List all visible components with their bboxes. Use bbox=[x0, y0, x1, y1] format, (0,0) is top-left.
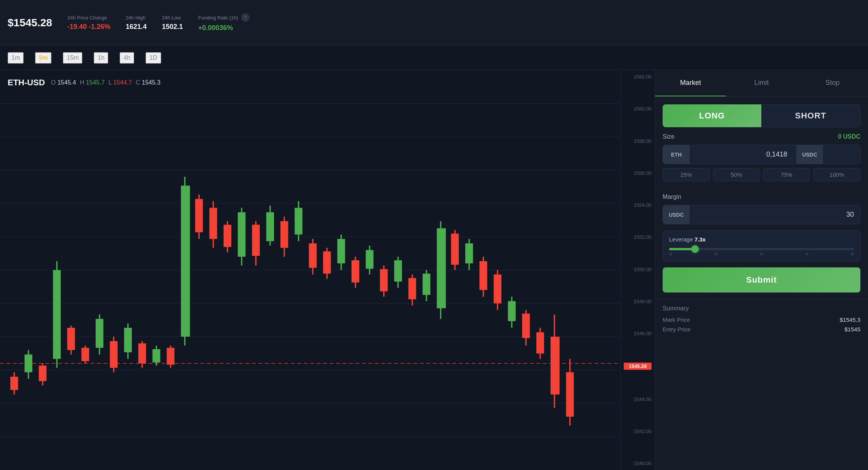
funding-label-row: Funding Rate (1h) ? bbox=[198, 13, 250, 22]
margin-badge: USDC bbox=[663, 205, 690, 224]
eth-input-row: ETH USDC bbox=[663, 145, 860, 164]
tf-1h[interactable]: 1h bbox=[94, 52, 108, 64]
svg-rect-39 bbox=[195, 199, 203, 232]
price-current-label: 1545.28 bbox=[624, 363, 652, 370]
price-tick: 1562.00 bbox=[624, 74, 652, 80]
tf-5m[interactable]: 5m bbox=[35, 52, 51, 64]
svg-rect-37 bbox=[181, 185, 190, 337]
tf-1d[interactable]: 1D bbox=[146, 52, 161, 64]
pct-50[interactable]: 50% bbox=[713, 168, 760, 181]
svg-rect-49 bbox=[266, 212, 274, 241]
ohlc-row: O 1545.4 H 1545.7 L 1544.7 C 1545.3 bbox=[51, 79, 160, 86]
pct-75[interactable]: 75% bbox=[763, 168, 810, 181]
svg-rect-15 bbox=[24, 355, 32, 372]
size-value: 0 USDC bbox=[838, 133, 860, 140]
stat-funding: Funding Rate (1h) ? +0.00036% bbox=[198, 13, 250, 32]
margin-section: Margin USDC bbox=[655, 187, 868, 230]
svg-rect-73 bbox=[437, 228, 446, 308]
ohlc-high: H 1545.7 bbox=[80, 79, 105, 86]
slider-thumb[interactable] bbox=[691, 245, 699, 253]
tf-4h[interactable]: 4h bbox=[120, 52, 134, 64]
svg-rect-81 bbox=[494, 275, 501, 304]
slider-dots bbox=[669, 253, 854, 256]
svg-rect-65 bbox=[380, 269, 388, 291]
svg-rect-79 bbox=[479, 261, 487, 290]
slider-dot bbox=[760, 253, 763, 256]
price-tick: 1560.00 bbox=[624, 106, 652, 112]
summary-section: Summary Mark Price $1545.3 Entry Price $… bbox=[655, 299, 868, 342]
pct-100[interactable]: 100% bbox=[813, 168, 860, 181]
svg-rect-59 bbox=[337, 239, 345, 263]
direction-row: LONG SHORT bbox=[663, 104, 860, 127]
main-layout: ETH-USD O 1545.4 H 1545.7 L 1544.7 C 154… bbox=[0, 70, 868, 470]
chart-area: ETH-USD O 1545.4 H 1545.7 L 1544.7 C 154… bbox=[0, 70, 655, 470]
price-tick: 1544.00 bbox=[624, 396, 652, 402]
stat-label-funding: Funding Rate (1h) bbox=[198, 15, 238, 21]
svg-rect-83 bbox=[508, 301, 516, 321]
stat-24h-change: 24h Price Change -19.40 -1.26% bbox=[67, 15, 111, 31]
summary-title: Summary bbox=[663, 305, 860, 312]
price-tick: 1548.00 bbox=[624, 299, 652, 304]
tf-1m[interactable]: 1m bbox=[8, 52, 24, 64]
price-tick: 1540.00 bbox=[624, 460, 652, 466]
slider-dot bbox=[669, 253, 672, 256]
candlestick-chart bbox=[0, 70, 620, 470]
tf-15m[interactable]: 15m bbox=[63, 52, 82, 64]
ohlc-low: L 1544.7 bbox=[109, 79, 132, 86]
size-header: Size 0 USDC bbox=[663, 133, 860, 140]
price-tick: 1554.00 bbox=[624, 202, 652, 208]
svg-rect-61 bbox=[352, 260, 359, 282]
summary-mark-price: Mark Price $1545.3 bbox=[663, 317, 860, 323]
summary-val-entry: $1545 bbox=[844, 326, 860, 333]
svg-rect-89 bbox=[551, 337, 560, 395]
stat-24h-low: 24h Low 1502.1 bbox=[162, 15, 183, 31]
slider-dot bbox=[851, 253, 854, 256]
svg-rect-41 bbox=[209, 208, 217, 239]
stat-value-change: -19.40 -1.26% bbox=[67, 23, 111, 31]
info-icon[interactable]: ? bbox=[241, 13, 250, 22]
short-button[interactable]: SHORT bbox=[761, 104, 860, 127]
svg-rect-69 bbox=[408, 278, 416, 299]
margin-input-row: USDC bbox=[663, 205, 860, 224]
svg-rect-23 bbox=[82, 348, 89, 361]
leverage-slider[interactable] bbox=[669, 248, 854, 250]
size-section: Size 0 USDC ETH USDC 25% 50% 75% 100% bbox=[655, 127, 868, 187]
eth-input[interactable] bbox=[693, 145, 793, 164]
pct-25[interactable]: 25% bbox=[663, 168, 710, 181]
summary-key-entry: Entry Price bbox=[663, 326, 690, 333]
svg-rect-75 bbox=[451, 233, 459, 265]
header: $1545.28 24h Price Change -19.40 -1.26% … bbox=[0, 0, 868, 46]
svg-rect-53 bbox=[295, 208, 302, 235]
svg-rect-43 bbox=[224, 225, 231, 247]
tab-stop[interactable]: Stop bbox=[797, 70, 868, 96]
chart-header: ETH-USD O 1545.4 H 1545.7 L 1544.7 C 154… bbox=[8, 78, 160, 88]
stat-label-change: 24h Price Change bbox=[67, 15, 111, 21]
tab-limit[interactable]: Limit bbox=[726, 70, 797, 96]
price-tick: 1556.00 bbox=[624, 170, 652, 176]
svg-rect-77 bbox=[465, 243, 473, 264]
summary-key-mark: Mark Price bbox=[663, 317, 690, 323]
svg-rect-25 bbox=[96, 319, 103, 348]
ohlc-close: C 1545.3 bbox=[136, 79, 160, 86]
svg-rect-87 bbox=[536, 332, 544, 353]
leverage-box: Leverage 7.3x bbox=[663, 230, 860, 261]
svg-rect-57 bbox=[323, 251, 331, 273]
long-button[interactable]: LONG bbox=[663, 104, 761, 127]
summary-entry-price: Entry Price $1545 bbox=[663, 326, 860, 333]
price-scale: 1562.00 1560.00 1558.00 1556.00 1554.00 … bbox=[620, 70, 655, 470]
svg-rect-45 bbox=[238, 212, 245, 257]
tab-market[interactable]: Market bbox=[655, 70, 726, 96]
svg-rect-51 bbox=[280, 221, 288, 248]
summary-val-mark: $1545.3 bbox=[840, 317, 860, 323]
svg-rect-35 bbox=[167, 348, 175, 364]
stat-value-high: 1621.4 bbox=[126, 23, 147, 31]
right-panel: Market Limit Stop LONG SHORT Size 0 USDC… bbox=[655, 70, 868, 470]
usdc-input[interactable] bbox=[826, 145, 860, 164]
svg-rect-13 bbox=[10, 377, 18, 390]
submit-button[interactable]: Submit bbox=[663, 267, 860, 293]
size-title: Size bbox=[663, 133, 674, 140]
price-tick: 1546.00 bbox=[624, 331, 652, 336]
margin-input[interactable] bbox=[690, 205, 860, 224]
stat-value-low: 1502.1 bbox=[162, 23, 183, 31]
margin-title: Margin bbox=[663, 193, 681, 200]
